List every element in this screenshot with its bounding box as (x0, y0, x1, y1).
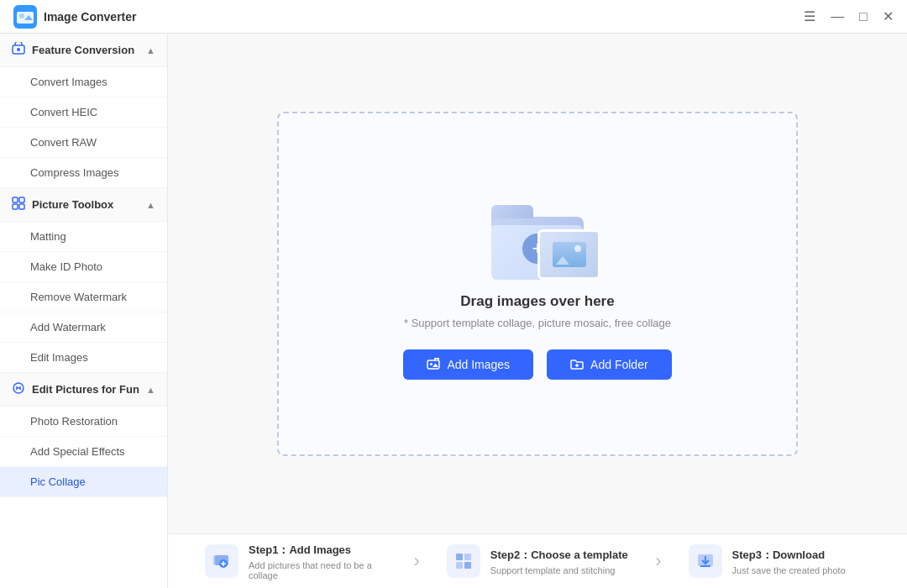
step1-text: Step1：Add Images Add pictures that need … (249, 543, 386, 580)
sidebar-item-remove-watermark[interactable]: Remove Watermark (0, 282, 167, 312)
step3-icon (689, 544, 722, 578)
step3-svg (695, 551, 716, 571)
main-layout: Feature Conversion ▲ Convert Images Conv… (0, 34, 907, 588)
sidebar-item-make-id-photo[interactable]: Make ID Photo (0, 252, 167, 282)
minimize-button[interactable]: — (831, 9, 844, 24)
close-button[interactable]: ✕ (883, 8, 894, 24)
feature-conversion-chevron: ▲ (146, 45, 155, 55)
svg-rect-25 (456, 554, 463, 560)
title-left: Image Converter (13, 5, 136, 29)
drop-zone-subtitle: * Support template collage, picture mosa… (404, 317, 671, 329)
window-controls: ☰ — □ ✕ (804, 8, 894, 24)
picture-toolbox-chevron: ▲ (146, 200, 155, 210)
svg-point-14 (430, 363, 433, 365)
step1-arrow: › (406, 550, 426, 572)
sidebar: Feature Conversion ▲ Convert Images Conv… (0, 34, 168, 588)
step2-text: Step2：Choose a template Support template… (490, 548, 628, 575)
picture-toolbox-icon (12, 197, 25, 213)
sidebar-item-matting[interactable]: Matting (0, 222, 167, 252)
step2-icon (447, 544, 480, 578)
step2-item: Step2：Choose a template Support template… (427, 544, 648, 578)
drop-zone-container: + Drag images over here * Support templa… (168, 34, 907, 533)
svg-rect-7 (19, 197, 24, 202)
edit-pictures-fun-chevron: ▲ (146, 385, 155, 395)
sidebar-item-edit-images[interactable]: Edit Images (0, 343, 167, 373)
drop-zone[interactable]: + Drag images over here * Support templa… (277, 112, 798, 456)
sidebar-item-convert-heic[interactable]: Convert HEIC (0, 97, 167, 128)
add-folder-button[interactable]: Add Folder (547, 349, 671, 380)
svg-point-5 (17, 48, 20, 51)
edit-pictures-fun-label: Edit Pictures for Fun (32, 383, 139, 396)
svg-rect-8 (13, 204, 18, 209)
step1-item: Step1：Add Images Add pictures that need … (185, 543, 406, 580)
feature-conversion-label: Feature Conversion (32, 44, 134, 56)
svg-rect-27 (456, 562, 463, 569)
sidebar-item-convert-images[interactable]: Convert Images (0, 67, 167, 97)
step2-arrow: › (648, 550, 668, 572)
app-title: Image Converter (44, 10, 136, 24)
svg-text:+: + (436, 358, 438, 362)
picture-toolbox-label: Picture Toolbox (32, 198, 113, 211)
svg-rect-26 (464, 554, 471, 560)
drop-zone-title: Drag images over here (460, 293, 614, 310)
step1-svg (212, 551, 232, 571)
step1-icon (205, 544, 239, 578)
photo-overlay (537, 229, 600, 280)
add-images-icon: + (427, 358, 440, 371)
svg-rect-1 (17, 12, 34, 24)
drop-zone-buttons: + Add Images Add Folder (403, 349, 671, 380)
steps-bar: Step1：Add Images Add pictures that need … (168, 533, 907, 588)
svg-marker-15 (433, 364, 438, 368)
sidebar-item-add-special-effects[interactable]: Add Special Effects (0, 437, 167, 467)
sidebar-section-feature-conversion[interactable]: Feature Conversion ▲ (0, 34, 167, 67)
add-images-button[interactable]: + Add Images (403, 349, 533, 380)
title-bar: Image Converter ☰ — □ ✕ (0, 0, 907, 34)
feature-conversion-icon (12, 42, 25, 58)
menu-icon[interactable]: ☰ (804, 8, 815, 24)
svg-rect-6 (13, 197, 18, 202)
sidebar-item-add-watermark[interactable]: Add Watermark (0, 312, 167, 343)
edit-pictures-fun-icon (12, 381, 25, 397)
svg-point-2 (19, 13, 24, 18)
svg-rect-28 (464, 562, 471, 569)
content-area: + Drag images over here * Support templa… (168, 34, 907, 588)
svg-point-12 (19, 386, 21, 388)
add-folder-icon (570, 358, 584, 371)
step2-svg (454, 551, 474, 571)
sidebar-item-photo-restoration[interactable]: Photo Restoration (0, 407, 167, 437)
photo-overlay-inner (553, 242, 586, 267)
app-icon (13, 5, 37, 29)
restore-button[interactable]: □ (859, 9, 868, 24)
sidebar-item-pic-collage[interactable]: Pic Collage (0, 467, 167, 497)
svg-rect-9 (19, 204, 24, 209)
sidebar-item-convert-raw[interactable]: Convert RAW (0, 128, 167, 158)
sidebar-item-compress-images[interactable]: Compress Images (0, 158, 167, 188)
svg-point-11 (16, 386, 18, 388)
step3-text: Step3：Download Just save the created pho… (732, 548, 846, 575)
folder-illustration: + (474, 187, 600, 280)
sidebar-section-picture-toolbox[interactable]: Picture Toolbox ▲ (0, 188, 167, 222)
step3-item: Step3：Download Just save the created pho… (668, 544, 890, 578)
sidebar-section-edit-pictures-fun[interactable]: Edit Pictures for Fun ▲ (0, 373, 167, 407)
